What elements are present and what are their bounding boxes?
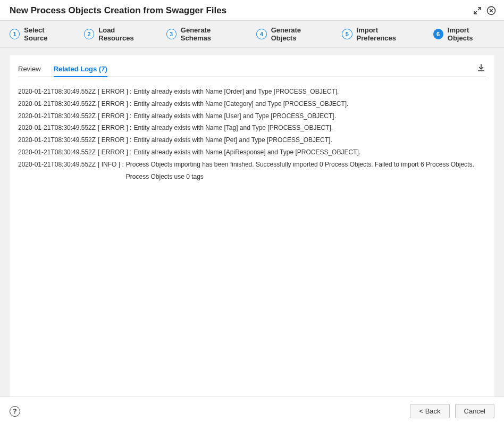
step-number: 6 [433, 29, 443, 39]
log-message: Entity already exists with Name [Pet] an… [133, 134, 486, 146]
dialog-footer: ? < Back Cancel [0, 396, 504, 422]
step-label: Generate Objects [271, 26, 326, 42]
help-icon[interactable]: ? [10, 406, 20, 417]
log-message: Entity already exists with Name [ApiResp… [133, 146, 486, 159]
log-timestamp: 2020-01-21T08:30:49.552Z [18, 110, 96, 122]
wizard-steps: 1 Select Source 2 Load Resources 3 Gener… [0, 21, 504, 48]
log-entry: 2020-01-21T08:30:49.552Z [ INFO ] : Proc… [18, 159, 486, 183]
step-label: Import Objects [448, 26, 494, 42]
close-icon[interactable] [486, 5, 497, 16]
log-entry: 2020-01-21T08:30:49.552Z [ ERROR ] : Ent… [18, 110, 486, 122]
footer-buttons: < Back Cancel [410, 404, 494, 418]
step-number: 1 [10, 29, 20, 39]
log-entry: 2020-01-21T08:30:49.552Z [ ERROR ] : Ent… [18, 134, 486, 146]
log-entry: 2020-01-21T08:30:49.552Z [ ERROR ] : Ent… [18, 146, 486, 159]
log-message: Entity already exists with Name [Categor… [133, 98, 486, 110]
step-number: 2 [84, 29, 94, 39]
download-icon[interactable] [476, 63, 486, 76]
log-level: [ INFO ] : [98, 159, 124, 183]
step-number: 4 [256, 29, 266, 39]
dialog-title: New Process Objects Creation from Swagge… [10, 5, 226, 16]
log-entry: 2020-01-21T08:30:49.552Z [ ERROR ] : Ent… [18, 98, 486, 110]
log-message: Entity already exists with Name [Order] … [133, 86, 486, 98]
back-button[interactable]: < Back [410, 404, 449, 418]
step-label: Import Preferences [357, 26, 417, 42]
log-timestamp: 2020-01-21T08:30:49.552Z [18, 146, 96, 159]
log-entry: 2020-01-21T08:30:49.552Z [ ERROR ] : Ent… [18, 86, 486, 98]
log-timestamp: 2020-01-21T08:30:49.552Z [18, 159, 96, 183]
cancel-button[interactable]: Cancel [455, 404, 494, 418]
log-timestamp: 2020-01-21T08:30:49.552Z [18, 134, 96, 146]
log-level: [ ERROR ] : [98, 134, 131, 146]
step-load-resources[interactable]: 2 Load Resources [84, 26, 150, 42]
step-label: Load Resources [98, 26, 150, 42]
step-label: Select Source [24, 26, 68, 42]
step-generate-schemas[interactable]: 3 Generate Schemas [166, 26, 241, 42]
log-message: Process Objects importing has been finis… [126, 159, 486, 183]
tab-related-logs[interactable]: Related Logs (7) [54, 62, 107, 77]
step-import-objects[interactable]: 6 Import Objects [433, 26, 494, 42]
logs-list: 2020-01-21T08:30:49.552Z [ ERROR ] : Ent… [18, 86, 486, 183]
log-level: [ ERROR ] : [98, 98, 131, 110]
log-timestamp: 2020-01-21T08:30:49.552Z [18, 86, 96, 98]
dialog-header: New Process Objects Creation from Swagge… [0, 0, 504, 21]
log-level: [ ERROR ] : [98, 110, 131, 122]
log-timestamp: 2020-01-21T08:30:49.552Z [18, 122, 96, 134]
header-icons [472, 5, 497, 16]
tabs: Review Related Logs (7) [18, 62, 107, 77]
step-import-preferences[interactable]: 5 Import Preferences [342, 26, 417, 42]
expand-icon[interactable] [472, 5, 483, 16]
log-level: [ ERROR ] : [98, 122, 131, 134]
step-number: 3 [166, 29, 177, 39]
step-label: Generate Schemas [181, 26, 241, 42]
log-level: [ ERROR ] : [98, 86, 131, 98]
tab-review[interactable]: Review [18, 62, 41, 77]
log-timestamp: 2020-01-21T08:30:49.552Z [18, 98, 96, 110]
content-area: Review Related Logs (7) 2020-01-21T08:30… [0, 48, 504, 396]
step-number: 5 [342, 29, 352, 39]
log-entry: 2020-01-21T08:30:49.552Z [ ERROR ] : Ent… [18, 122, 486, 134]
log-message: Entity already exists with Name [Tag] an… [133, 122, 486, 134]
log-level: [ ERROR ] : [98, 146, 131, 159]
tabs-row: Review Related Logs (7) [18, 62, 486, 77]
content-panel: Review Related Logs (7) 2020-01-21T08:30… [10, 55, 494, 396]
step-select-source[interactable]: 1 Select Source [10, 26, 68, 42]
log-message: Entity already exists with Name [User] a… [133, 110, 486, 122]
step-generate-objects[interactable]: 4 Generate Objects [256, 26, 326, 42]
